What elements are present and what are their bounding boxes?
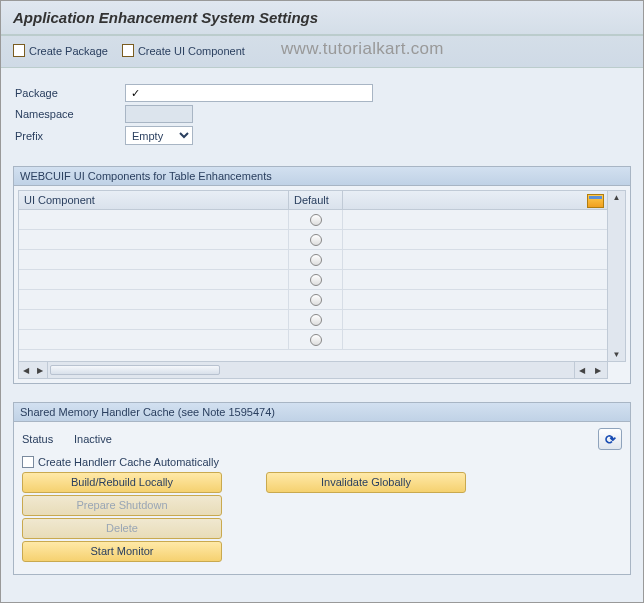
table-row[interactable] [19,210,607,230]
start-monitor-button[interactable]: Start Monitor [22,541,222,562]
radio-icon[interactable] [310,274,322,286]
prepare-shutdown-button: Prepare Shutdown [22,495,222,516]
scroll-right-icon[interactable]: ▶ [591,362,605,378]
document-icon [122,44,134,57]
prefix-select[interactable]: Empty [125,126,193,145]
col-ui-component[interactable]: UI Component [19,191,289,209]
scroll-down-icon[interactable]: ▼ [613,350,621,359]
table-row[interactable] [19,290,607,310]
table-row[interactable] [19,270,607,290]
radio-icon[interactable] [310,314,322,326]
status-value: Inactive [74,433,112,445]
cache-panel: Shared Memory Handler Cache (see Note 15… [13,402,631,575]
package-label: Package [15,87,125,99]
create-package-label: Create Package [29,45,108,57]
scroll-thumb[interactable] [50,365,220,375]
scroll-right-icon[interactable]: ▶ [33,362,47,378]
table-row[interactable] [19,330,607,350]
radio-icon[interactable] [310,334,322,346]
table-panel: WEBCUIF UI Components for Table Enhancem… [13,166,631,384]
create-ui-component-label: Create UI Component [138,45,245,57]
create-package-button[interactable]: Create Package [13,44,108,57]
namespace-label: Namespace [15,108,125,120]
vertical-scrollbar[interactable]: ▲ ▼ [608,190,626,362]
auto-cache-label: Create Handlerr Cache Automatically [38,456,219,468]
delete-button: Delete [22,518,222,539]
table-row[interactable] [19,230,607,250]
invalidate-globally-button[interactable]: Invalidate Globally [266,472,466,493]
table-panel-title: WEBCUIF UI Components for Table Enhancem… [14,167,630,186]
auto-cache-checkbox[interactable] [22,456,34,468]
toolbar: Create Package Create UI Component [1,36,643,68]
form-section: Package ✓ Namespace Prefix Empty [1,68,643,156]
table-row[interactable] [19,310,607,330]
radio-icon[interactable] [310,294,322,306]
table-row[interactable] [19,250,607,270]
prefix-label: Prefix [15,130,125,142]
refresh-button[interactable]: ⟳ [598,428,622,450]
horizontal-scrollbar[interactable]: ◀ ▶ ◀ ▶ [18,362,608,379]
package-input[interactable]: ✓ [125,84,373,102]
scroll-left-icon[interactable]: ◀ [575,362,589,378]
status-label: Status [22,433,74,445]
scroll-left-icon[interactable]: ◀ [19,362,33,378]
col-default[interactable]: Default [289,191,343,209]
radio-icon[interactable] [310,254,322,266]
radio-icon[interactable] [310,234,322,246]
header: Application Enhancement System Settings [1,1,643,36]
table: UI Component Default [18,190,608,362]
refresh-icon: ⟳ [605,432,616,447]
scroll-up-icon[interactable]: ▲ [613,193,621,202]
radio-icon[interactable] [310,214,322,226]
namespace-input[interactable] [125,105,193,123]
cache-panel-title: Shared Memory Handler Cache (see Note 15… [14,403,630,422]
table-config-icon[interactable] [587,194,604,208]
build-rebuild-button[interactable]: Build/Rebuild Locally [22,472,222,493]
create-ui-component-button[interactable]: Create UI Component [122,44,245,57]
document-icon [13,44,25,57]
check-icon: ✓ [131,87,140,100]
page-title: Application Enhancement System Settings [13,9,631,26]
